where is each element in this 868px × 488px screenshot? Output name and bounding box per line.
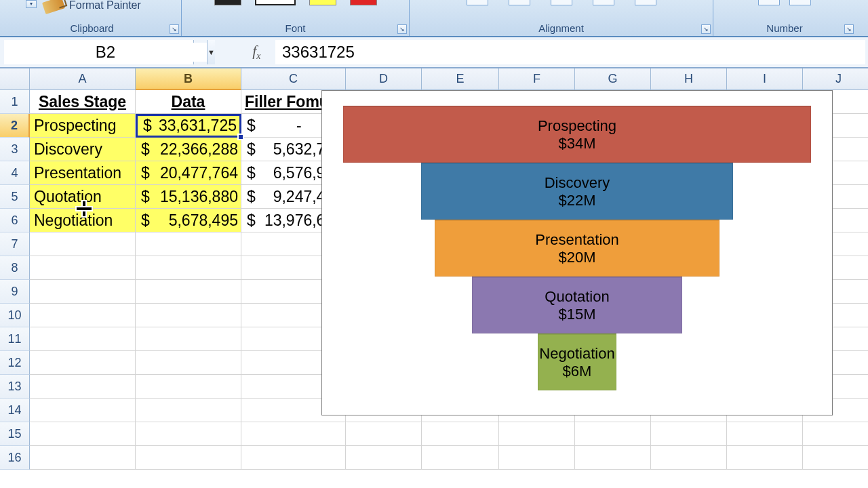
row-header[interactable]: 16 <box>0 446 30 470</box>
row-header[interactable]: 10 <box>0 304 30 327</box>
align-icon[interactable] <box>551 0 572 5</box>
data-cell[interactable]: $22,366,288 <box>136 138 241 161</box>
number-format-icon[interactable] <box>758 0 780 5</box>
column-header[interactable]: G <box>575 68 651 90</box>
cell[interactable] <box>136 327 241 351</box>
row-header[interactable]: 5 <box>0 185 30 209</box>
cell[interactable] <box>422 446 499 470</box>
cell[interactable] <box>727 422 803 446</box>
cell[interactable] <box>136 422 241 446</box>
cell[interactable] <box>30 446 136 470</box>
select-all-corner[interactable] <box>0 68 30 90</box>
header-cell[interactable]: Sales Stage <box>30 90 136 114</box>
font-color-icon[interactable] <box>350 0 377 5</box>
column-header[interactable]: C <box>241 68 346 90</box>
cell[interactable] <box>346 422 422 446</box>
clipboard-launcher[interactable]: ↘ <box>170 24 179 34</box>
cell[interactable] <box>346 446 422 470</box>
funnel-bar[interactable]: Prospecting$34M <box>343 106 811 163</box>
column-header[interactable]: D <box>346 68 422 90</box>
funnel-bar[interactable]: Discovery$22M <box>421 163 733 220</box>
formula-bar-input[interactable] <box>275 40 865 64</box>
column-header[interactable]: I <box>727 68 803 90</box>
row-header[interactable]: 13 <box>0 375 30 399</box>
column-header[interactable]: A <box>30 68 136 90</box>
data-cell[interactable]: $33,631,725 <box>136 114 241 138</box>
cell[interactable] <box>241 422 346 446</box>
cell[interactable] <box>30 304 136 327</box>
stage-cell[interactable]: Presentation <box>30 161 136 185</box>
cell[interactable] <box>499 422 575 446</box>
cell[interactable] <box>136 399 241 422</box>
data-cell[interactable]: $15,136,880 <box>136 185 241 209</box>
font-launcher[interactable]: ↘ <box>397 24 407 34</box>
cell[interactable] <box>727 446 803 470</box>
align-icon[interactable] <box>593 0 614 5</box>
stage-cell[interactable]: Discovery <box>30 138 136 161</box>
cell[interactable] <box>136 375 241 399</box>
fill-handle[interactable] <box>237 134 244 140</box>
cell[interactable] <box>136 351 241 375</box>
header-cell[interactable]: Data <box>136 90 241 114</box>
align-icon[interactable] <box>467 0 488 5</box>
cell[interactable] <box>30 232 136 256</box>
cell[interactable] <box>136 232 241 256</box>
fill-color-icon[interactable] <box>309 0 336 5</box>
alignment-launcher[interactable]: ↘ <box>701 24 711 34</box>
row-header[interactable]: 2 <box>0 114 30 138</box>
border-thick-icon[interactable] <box>255 0 296 5</box>
funnel-bar[interactable]: Negotiation$6M <box>538 333 616 390</box>
align-icon[interactable] <box>509 0 530 5</box>
merge-icon[interactable] <box>635 0 656 5</box>
cell[interactable] <box>136 256 241 280</box>
cell[interactable] <box>422 422 499 446</box>
row-header[interactable]: 3 <box>0 138 30 161</box>
row-header[interactable]: 11 <box>0 327 30 351</box>
name-box-input[interactable] <box>4 43 207 62</box>
cell[interactable] <box>136 304 241 327</box>
fx-icon[interactable]: fx <box>252 42 260 62</box>
row-header[interactable]: 12 <box>0 351 30 375</box>
cell[interactable] <box>30 327 136 351</box>
cell[interactable] <box>651 422 727 446</box>
format-painter-button[interactable]: Format Painter <box>69 0 141 12</box>
cell[interactable] <box>575 446 651 470</box>
row-header[interactable]: 1 <box>0 90 30 114</box>
column-header[interactable]: F <box>499 68 575 90</box>
cell[interactable] <box>30 422 136 446</box>
row-header[interactable]: 4 <box>0 161 30 185</box>
border-icon[interactable] <box>214 0 241 5</box>
row-header[interactable]: 15 <box>0 422 30 446</box>
funnel-chart[interactable]: Prospecting$34MDiscovery$22MPresentation… <box>321 90 833 415</box>
number-format-icon[interactable] <box>789 0 811 5</box>
cell[interactable] <box>136 446 241 470</box>
number-launcher[interactable]: ↘ <box>844 24 854 34</box>
stage-cell[interactable]: Quotation <box>30 185 136 209</box>
cell[interactable] <box>30 351 136 375</box>
cell[interactable] <box>803 422 868 446</box>
worksheet[interactable]: ABCDEFGHIJ 12345678910111213141516 Sales… <box>0 68 868 488</box>
data-cell[interactable]: $20,477,764 <box>136 161 241 185</box>
row-header[interactable]: 9 <box>0 280 30 304</box>
cell[interactable] <box>30 375 136 399</box>
stage-cell[interactable]: Negotiation <box>30 209 136 232</box>
cell[interactable] <box>241 446 346 470</box>
column-headers[interactable]: ABCDEFGHIJ <box>30 68 868 90</box>
cell[interactable] <box>30 399 136 422</box>
cell[interactable] <box>651 446 727 470</box>
row-header[interactable]: 8 <box>0 256 30 280</box>
row-headers[interactable]: 12345678910111213141516 <box>0 90 30 470</box>
row-header[interactable]: 14 <box>0 399 30 422</box>
paste-dropdown[interactable]: ▾ <box>26 0 37 8</box>
cell[interactable] <box>499 446 575 470</box>
row-header[interactable]: 7 <box>0 232 30 256</box>
cell[interactable] <box>30 280 136 304</box>
column-header[interactable]: J <box>803 68 868 90</box>
funnel-bar[interactable]: Quotation$15M <box>472 277 682 333</box>
column-header[interactable]: B <box>136 68 241 90</box>
row-header[interactable]: 6 <box>0 209 30 232</box>
cell[interactable] <box>136 280 241 304</box>
cell[interactable] <box>575 422 651 446</box>
stage-cell[interactable]: Prospecting <box>30 114 136 138</box>
column-header[interactable]: H <box>651 68 727 90</box>
